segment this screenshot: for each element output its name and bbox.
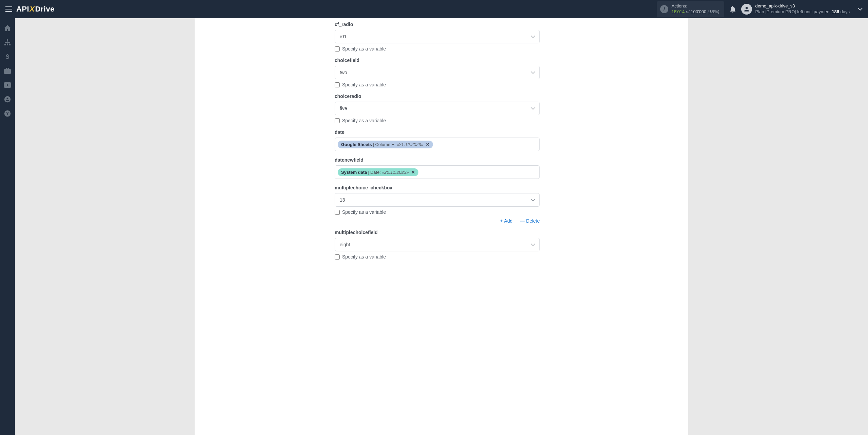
user-text: demo_apix-drive_s3 Plan |Premium PRO| le… (755, 3, 850, 15)
nav-help[interactable]: ? (0, 106, 15, 121)
tag-pipe: | (373, 142, 374, 147)
checkbox-input[interactable] (335, 118, 340, 123)
chevron-down-icon (531, 243, 535, 246)
svg-rect-3 (7, 39, 8, 41)
choiceradio-select[interactable]: five (335, 102, 540, 115)
checkbox-label: Specify as a variable (342, 46, 386, 51)
field-label: choiceradio (335, 94, 540, 99)
chevron-down-icon (531, 199, 535, 201)
delete-button[interactable]: — Delete (520, 218, 540, 224)
form-card: cf_radio r01 Specify as a variable choic… (195, 18, 688, 435)
actions-box[interactable]: i Actions: 18'014 of 100'000 (18%) (657, 1, 724, 17)
checkbox-label: Specify as a variable (342, 209, 386, 215)
svg-rect-4 (4, 44, 6, 45)
avatar-icon (741, 4, 752, 15)
field-choicefield: choicefield two Specify as a variable (335, 58, 540, 87)
tag-pipe: | (368, 170, 369, 175)
field-label: choicefield (335, 58, 540, 63)
add-button[interactable]: + Add (500, 218, 512, 224)
user-plan: Plan |Premium PRO| left until payment 18… (755, 9, 850, 15)
checkbox-label: Specify as a variable (342, 118, 386, 123)
select-value: r01 (340, 34, 347, 39)
nav-user[interactable] (0, 92, 15, 106)
svg-rect-2 (5, 11, 12, 12)
field-label: multiplechoice_checkbox (335, 185, 540, 190)
multiplechoicefield-select[interactable]: eight (335, 238, 540, 251)
user-name: demo_apix-drive_s3 (755, 3, 850, 9)
svg-rect-6 (9, 44, 11, 45)
tag-column: Column F: (375, 142, 395, 147)
multiplechoice-checkbox-select[interactable]: 13 (335, 193, 540, 207)
actions-text: Actions: 18'014 of 100'000 (18%) (672, 3, 719, 15)
field-cf-radio: cf_radio r01 Specify as a variable (335, 22, 540, 51)
logo-part2: X (29, 5, 35, 14)
action-links: + Add — Delete (335, 218, 540, 224)
tag-value: «20.11.2023» (382, 170, 409, 175)
field-choiceradio: choiceradio five Specify as a variable (335, 94, 540, 123)
logo-part1: API (16, 5, 29, 14)
svg-rect-5 (7, 44, 8, 45)
actions-label: Actions: (672, 3, 719, 9)
tag-remove-icon[interactable]: ✕ (426, 142, 430, 147)
svg-rect-10 (7, 42, 8, 44)
nav-video[interactable] (0, 78, 15, 92)
date-tag: Google Sheets | Column F: «21.12.2023» ✕ (338, 141, 433, 148)
field-datenewfield: datenewfield System data | Date: «20.11.… (335, 157, 540, 179)
svg-text:?: ? (6, 111, 9, 116)
side-nav: ? (0, 18, 15, 435)
logo[interactable]: APIXDrive (16, 5, 55, 14)
nav-billing[interactable] (0, 49, 15, 64)
field-label: datenewfield (335, 157, 540, 163)
select-value: two (340, 70, 347, 75)
form-column: cf_radio r01 Specify as a variable choic… (335, 22, 540, 260)
field-multiplechoicefield: multiplechoicefield eight Specify as a v… (335, 230, 540, 260)
info-icon: i (660, 5, 668, 13)
select-value: 13 (340, 197, 345, 203)
svg-rect-0 (5, 6, 12, 7)
date-tag-input[interactable]: Google Sheets | Column F: «21.12.2023» ✕ (335, 138, 540, 151)
nav-briefcase[interactable] (0, 64, 15, 78)
chevron-down-icon (531, 35, 535, 38)
field-label: multiplechoicefield (335, 230, 540, 235)
add-label: Add (504, 218, 513, 224)
multiplechoice-checkbox-variable-checkbox[interactable]: Specify as a variable (335, 209, 540, 215)
nav-home[interactable] (0, 21, 15, 35)
datenewfield-tag-input[interactable]: System data | Date: «20.11.2023» ✕ (335, 165, 540, 179)
menu-toggle[interactable] (5, 6, 12, 12)
chevron-down-icon (531, 107, 535, 110)
tag-column: Date: (370, 170, 381, 175)
page: cf_radio r01 Specify as a variable choic… (15, 18, 868, 435)
cf-radio-variable-checkbox[interactable]: Specify as a variable (335, 46, 540, 51)
field-label: date (335, 129, 540, 135)
plus-icon: + (500, 218, 502, 224)
select-value: eight (340, 242, 350, 247)
bell-icon[interactable] (730, 6, 736, 13)
tag-source: System data (341, 170, 367, 175)
checkbox-input[interactable] (335, 210, 340, 215)
choiceradio-variable-checkbox[interactable]: Specify as a variable (335, 118, 540, 123)
svg-rect-11 (10, 42, 10, 44)
cf-radio-select[interactable]: r01 (335, 30, 540, 43)
choicefield-variable-checkbox[interactable]: Specify as a variable (335, 82, 540, 87)
checkbox-label: Specify as a variable (342, 82, 386, 87)
nav-connections[interactable] (0, 35, 15, 49)
svg-rect-1 (5, 9, 12, 9)
select-value: five (340, 106, 347, 111)
multiplechoicefield-variable-checkbox[interactable]: Specify as a variable (335, 254, 540, 260)
checkbox-input[interactable] (335, 254, 340, 260)
svg-rect-9 (5, 42, 5, 44)
chevron-down-icon (531, 71, 535, 74)
chevron-down-icon[interactable] (858, 8, 863, 11)
datenewfield-tag: System data | Date: «20.11.2023» ✕ (338, 168, 418, 176)
field-label: cf_radio (335, 22, 540, 27)
field-multiplechoice-checkbox: multiplechoice_checkbox 13 Specify as a … (335, 185, 540, 224)
tag-source: Google Sheets (341, 142, 372, 147)
tag-remove-icon[interactable]: ✕ (411, 170, 415, 175)
tag-value: «21.12.2023» (396, 142, 423, 147)
checkbox-input[interactable] (335, 82, 340, 87)
checkbox-input[interactable] (335, 46, 340, 51)
user-block[interactable]: demo_apix-drive_s3 Plan |Premium PRO| le… (741, 3, 850, 15)
choicefield-select[interactable]: two (335, 66, 540, 79)
actions-stats: 18'014 of 100'000 (18%) (672, 9, 719, 15)
field-date: date Google Sheets | Column F: «21.12.20… (335, 129, 540, 151)
